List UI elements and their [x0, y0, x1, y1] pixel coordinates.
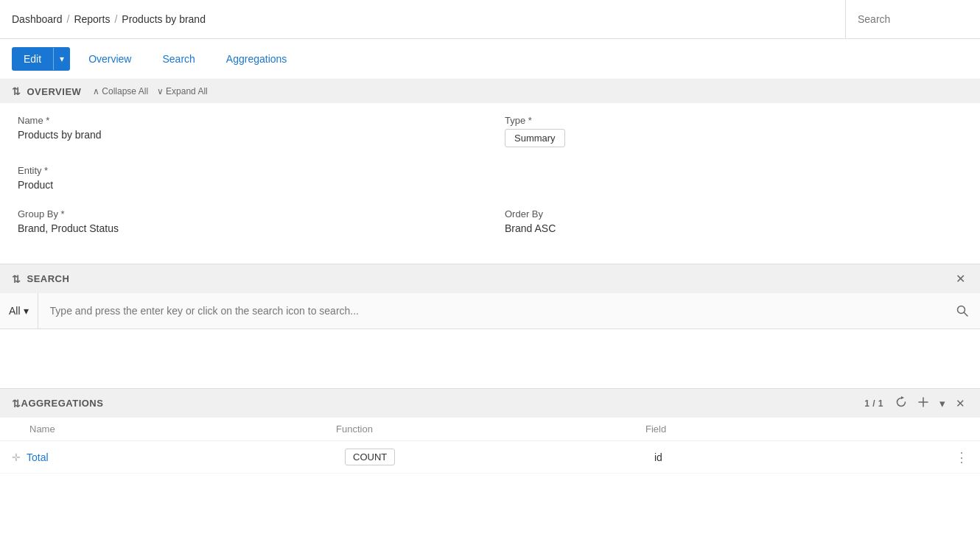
- search-input[interactable]: [38, 293, 945, 328]
- breadcrumb-sep-1: /: [67, 13, 70, 25]
- table-row: ✛ Total COUNT id ⋮: [0, 441, 980, 474]
- aggregations-actions: ▾ ✕: [892, 395, 968, 412]
- refresh-icon: [895, 396, 907, 408]
- col-header-name: Name: [12, 423, 336, 435]
- search-toggle-icon[interactable]: ⇅: [12, 273, 21, 285]
- aggregations-table-header: Name Function Field: [0, 418, 980, 441]
- entity-value: Product: [18, 179, 475, 191]
- overview-header-actions: ∧ Collapse All ∨ Expand All: [93, 86, 207, 96]
- row-more-icon[interactable]: ⋮: [955, 449, 968, 465]
- search-header-right: ✕: [953, 270, 968, 287]
- form-row-entity: Entity * Product: [18, 165, 962, 191]
- search-title: SEARCH: [27, 273, 70, 284]
- aggregations-close-button[interactable]: ✕: [953, 395, 968, 412]
- order-by-value: Brand ASC: [505, 222, 962, 234]
- aggregations-title: AGGREGATIONS: [21, 398, 104, 409]
- drag-handle-icon[interactable]: ✛: [12, 451, 21, 463]
- search-dropdown-icon: ▾: [24, 305, 29, 317]
- col-header-function: Function: [336, 423, 645, 435]
- expand-all-button[interactable]: ∨ Expand All: [157, 86, 208, 96]
- top-search-area: [845, 0, 968, 38]
- col-header-actions: [939, 423, 968, 435]
- row-name[interactable]: Total: [27, 451, 345, 463]
- overview-title: OVERVIEW: [27, 86, 82, 97]
- field-entity: Entity * Product: [18, 165, 475, 191]
- name-label: Name *: [18, 115, 475, 126]
- tab-aggregations[interactable]: Aggregations: [214, 46, 300, 71]
- overview-content: Name * Products by brand Type * Summary …: [0, 103, 980, 264]
- top-search-input[interactable]: [858, 13, 968, 25]
- collapse-icon: ∧: [93, 86, 99, 96]
- group-by-value: Brand, Product Status: [18, 222, 475, 234]
- entity-label: Entity *: [18, 165, 475, 176]
- svg-line-1: [965, 313, 968, 317]
- search-icon: [956, 305, 968, 317]
- type-badge[interactable]: Summary: [505, 129, 565, 147]
- function-badge[interactable]: COUNT: [345, 449, 395, 465]
- tab-search[interactable]: Search: [150, 46, 207, 71]
- breadcrumb-current: Products by brand: [122, 13, 206, 25]
- row-actions: ⋮: [939, 449, 968, 465]
- edit-button-group: Edit ▾: [12, 47, 70, 71]
- breadcrumb: Dashboard / Reports / Products by brand: [12, 13, 206, 25]
- col-header-field: Field: [645, 423, 939, 435]
- search-submit-button[interactable]: [945, 293, 980, 328]
- edit-button[interactable]: Edit: [12, 47, 53, 71]
- group-by-label: Group By *: [18, 208, 475, 219]
- search-close-button[interactable]: ✕: [953, 270, 968, 287]
- search-bar: All ▾: [0, 293, 980, 329]
- type-label: Type *: [505, 115, 962, 126]
- overview-section-header: ⇅ OVERVIEW ∧ Collapse All ∨ Expand All: [0, 80, 980, 103]
- edit-dropdown-button[interactable]: ▾: [53, 48, 70, 70]
- form-row-groupby-orderby: Group By * Brand, Product Status Order B…: [18, 208, 962, 234]
- aggregations-dropdown-button[interactable]: ▾: [937, 395, 948, 412]
- aggregations-table: Name Function Field ✛ Total COUNT id ⋮: [0, 418, 980, 474]
- tab-overview[interactable]: Overview: [76, 46, 144, 71]
- aggregations-add-button[interactable]: [914, 395, 932, 412]
- add-icon: [917, 396, 929, 408]
- field-order-by: Order By Brand ASC: [505, 208, 962, 234]
- search-empty-area: [0, 329, 980, 388]
- collapse-all-button[interactable]: ∧ Collapse All: [93, 86, 148, 96]
- field-type: Type * Summary: [505, 115, 962, 147]
- aggregations-refresh-button[interactable]: [892, 395, 910, 412]
- field-name: Name * Products by brand: [18, 115, 475, 147]
- expand-icon: ∨: [157, 86, 164, 96]
- breadcrumb-sep-2: /: [114, 13, 117, 25]
- field-entity-spacer: [505, 165, 962, 191]
- collapse-all-label: Collapse All: [102, 86, 148, 96]
- aggregations-count: 1 / 1: [864, 398, 883, 409]
- breadcrumb-dashboard[interactable]: Dashboard: [12, 13, 63, 25]
- toolbar: Edit ▾ Overview Search Aggregations: [0, 39, 980, 80]
- overview-toggle-icon[interactable]: ⇅: [12, 85, 21, 97]
- row-function: COUNT: [345, 449, 654, 465]
- aggregations-section-header: ⇅ AGGREGATIONS 1 / 1 ▾ ✕: [0, 389, 980, 418]
- row-field: id: [654, 451, 939, 463]
- search-section-header: ⇅ SEARCH ✕: [0, 264, 980, 293]
- order-by-label: Order By: [505, 208, 962, 219]
- aggregations-section: ⇅ AGGREGATIONS 1 / 1 ▾ ✕ Name Function: [0, 388, 980, 474]
- form-row-name-type: Name * Products by brand Type * Summary: [18, 115, 962, 147]
- top-bar: Dashboard / Reports / Products by brand: [0, 0, 980, 39]
- search-section: ⇅ SEARCH ✕ All ▾: [0, 264, 980, 388]
- field-group-by: Group By * Brand, Product Status: [18, 208, 475, 234]
- search-all-label: All: [9, 305, 21, 317]
- aggregations-toggle-icon[interactable]: ⇅: [12, 398, 21, 409]
- expand-all-label: Expand All: [166, 86, 208, 96]
- name-value: Products by brand: [18, 129, 475, 141]
- search-all-dropdown[interactable]: All ▾: [0, 293, 38, 328]
- breadcrumb-reports[interactable]: Reports: [74, 13, 110, 25]
